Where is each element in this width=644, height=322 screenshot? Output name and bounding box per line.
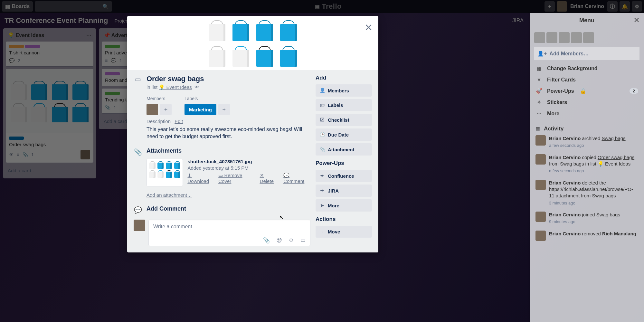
menu-panel: Menu ✕ 👤+ Add Members… ▦Change Backgroun… <box>530 13 644 322</box>
activity-link[interactable]: Swag bags <box>592 193 616 198</box>
member-avatar[interactable] <box>534 32 545 43</box>
delete-button[interactable]: ✕ Delete <box>260 173 279 184</box>
close-icon: ✕ <box>365 22 373 33</box>
move-icon: → <box>319 229 325 234</box>
menu-more[interactable]: ⋯More <box>534 108 639 119</box>
plus-icon: + <box>164 106 168 113</box>
label-chip-marketing[interactable]: Marketing <box>185 104 216 115</box>
sticker-icon: ✧ <box>535 99 543 105</box>
activity-actor: Brian Cervino <box>549 136 581 141</box>
add-members-label: Add Members… <box>549 51 589 57</box>
activity-time: a few seconds ago <box>549 168 638 174</box>
watch-icon[interactable]: 👁 <box>194 84 199 90</box>
activity-link[interactable]: Swag bags <box>601 136 625 141</box>
menu-avatars <box>534 28 639 47</box>
card-icon[interactable]: ▭ <box>300 237 306 244</box>
comment-button[interactable]: 💬 Comment <box>283 173 310 184</box>
mention-icon[interactable]: @ <box>276 237 282 244</box>
activity-time: 9 minutes ago <box>549 219 620 225</box>
activity-link[interactable]: Order swag bags <box>598 155 634 160</box>
add-label-button[interactable]: + <box>218 104 230 115</box>
activity-item: Brian Cervino archived Swag bags a few s… <box>535 135 638 148</box>
activity-item: Brian Cervino joined Swag bags 9 minutes… <box>535 212 638 225</box>
activity-avatar <box>535 212 546 222</box>
menu-title: Menu <box>579 17 594 24</box>
side-jira-button[interactable]: ✦JIRA <box>316 185 372 197</box>
confluence-icon: ✦ <box>319 173 325 179</box>
menu-stickers[interactable]: ✧Stickers <box>534 97 639 108</box>
lock-icon: 🔒 <box>580 88 586 94</box>
add-attachment-button[interactable]: Add an attachment… <box>147 192 310 198</box>
attachment-icon: 📎 <box>134 147 142 156</box>
remove-cover-button[interactable]: ▭ Remove Cover <box>218 173 254 184</box>
side-members-button[interactable]: 👤Members <box>316 84 372 97</box>
attachment-icon: 📎 <box>319 147 325 152</box>
side-labels-button[interactable]: 🏷Labels <box>316 99 372 111</box>
side-confluence-button[interactable]: ✦Confluence <box>316 170 372 182</box>
activity-actor: Brian Cervino <box>549 231 581 236</box>
labels-heading: Labels <box>185 96 230 101</box>
in-list: in list 💡 Event Ideas 👁 <box>147 84 310 90</box>
powerups-count: 2 <box>630 88 638 94</box>
activity-item: Brian Cervino deleted the https://richla… <box>535 180 638 206</box>
person-icon: 👤 <box>319 88 325 93</box>
current-user-avatar <box>134 220 145 231</box>
emoji-icon[interactable]: ☺ <box>289 237 294 244</box>
card-cover-image[interactable]: ✕ <box>127 16 378 70</box>
member-avatar[interactable] <box>583 32 594 43</box>
comment-icon: 💬 <box>134 205 142 214</box>
activity-heading: ≣Activity <box>535 125 638 132</box>
clock-icon: 🕒 <box>319 132 325 137</box>
description-heading: Description <box>147 118 171 124</box>
menu-filter-cards[interactable]: ▾Filter Cards <box>534 74 639 85</box>
activity-actor: Brian Cervino <box>549 212 581 217</box>
attachment-thumbnail <box>147 159 183 186</box>
card-modal-title[interactable]: Order swag bags <box>147 75 310 83</box>
side-move-button[interactable]: →Move <box>316 226 372 238</box>
tag-icon: 🏷 <box>319 102 325 108</box>
menu-close-button[interactable]: ✕ <box>634 16 639 24</box>
arrow-icon: ➤ <box>319 203 325 208</box>
side-add-heading: Add <box>316 75 372 81</box>
edit-description-button[interactable]: Edit <box>175 118 183 124</box>
close-button[interactable]: ✕ <box>365 22 373 33</box>
menu-powerups[interactable]: 🚀Power-Ups🔒2 <box>534 85 639 97</box>
member-avatar[interactable] <box>571 32 582 43</box>
activity-avatar <box>535 135 546 146</box>
card-modal: ✕ ▭ Order swag bags in list 💡 Event Idea… <box>127 16 378 252</box>
attachment-item[interactable]: shutterstock_407351761.jpg Added yesterd… <box>147 159 310 186</box>
member-avatar[interactable] <box>559 32 570 43</box>
menu-change-background[interactable]: ▦Change Background <box>534 63 639 74</box>
side-duedate-button[interactable]: 🕒Due Date <box>316 128 372 141</box>
member-avatar[interactable] <box>147 104 158 115</box>
activity-link[interactable]: Swag bags <box>560 161 584 166</box>
attachment-name: shutterstock_407351761.jpg <box>187 159 310 164</box>
side-more-button[interactable]: ➤More <box>316 199 372 212</box>
list-link[interactable]: 💡 Event Ideas <box>159 84 192 90</box>
in-list-prefix: in list <box>147 84 159 90</box>
activity-avatar <box>535 180 546 190</box>
card-icon: ▭ <box>134 75 142 83</box>
filter-icon: ▾ <box>535 77 543 83</box>
side-checklist-button[interactable]: ☑Checklist <box>316 114 372 126</box>
activity-item: Brian Cervino removed Rich Manalang <box>535 231 638 241</box>
attach-icon[interactable]: 📎 <box>263 237 270 244</box>
more-icon: ⋯ <box>535 110 543 117</box>
activity-time: a few seconds ago <box>549 143 626 148</box>
comment-input[interactable]: Write a comment… <box>149 220 310 235</box>
side-powerups-heading: Power-Ups <box>316 160 372 166</box>
add-members-button[interactable]: 👤+ Add Members… <box>534 47 639 60</box>
download-button[interactable]: ⬇ Download <box>187 173 213 184</box>
background-icon: ▦ <box>535 65 543 71</box>
activity-item: Brian Cervino copied Order swag bags fro… <box>535 154 638 174</box>
activity-avatar <box>535 154 546 165</box>
add-person-icon: 👤+ <box>537 51 547 57</box>
member-avatar[interactable] <box>546 32 557 43</box>
rocket-icon: 🚀 <box>535 88 543 94</box>
menu-header: Menu ✕ <box>534 13 639 28</box>
add-member-button[interactable]: + <box>160 104 172 115</box>
side-attachment-button[interactable]: 📎Attachment <box>316 143 372 156</box>
checklist-icon: ☑ <box>319 117 325 123</box>
description-text[interactable]: This year let's do some really awesome e… <box>147 126 310 140</box>
activity-link[interactable]: Swag bags <box>596 212 620 217</box>
